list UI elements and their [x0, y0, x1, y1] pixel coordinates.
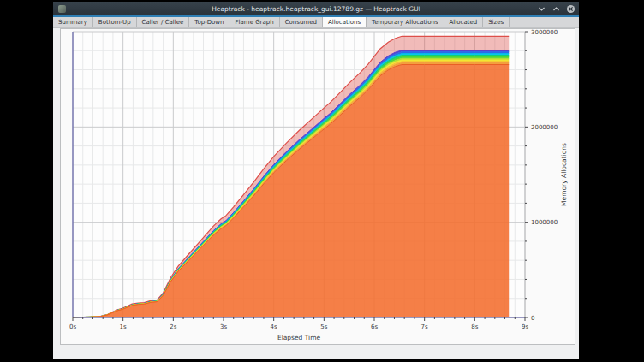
x-tick-label: 1s [120, 323, 127, 330]
x-tick-label: 8s [471, 323, 478, 330]
chevron-up-icon [552, 5, 560, 13]
heaptrack-window: Heaptrack - heaptrack.heaptrack_gui.1278… [53, 2, 579, 359]
tab-allocated[interactable]: Allocated [444, 17, 484, 27]
x-tick-label: 6s [371, 323, 378, 330]
tab-summary[interactable]: Summary [53, 17, 93, 27]
minimize-button[interactable] [537, 4, 546, 14]
tab-top-down[interactable]: Top-Down [189, 17, 230, 27]
x-tick-label: 5s [320, 323, 327, 330]
tab-bottom-up[interactable]: Bottom-Up [93, 17, 137, 27]
close-button[interactable] [566, 4, 575, 14]
y-tick-label: 0 [531, 315, 534, 322]
tab-bar: SummaryBottom-UpCaller / CalleeTop-DownF… [53, 17, 579, 28]
desktop-background: Heaptrack - heaptrack.heaptrack_gui.1278… [0, 0, 644, 362]
chevron-down-icon [538, 5, 546, 13]
title-bar[interactable]: Heaptrack - heaptrack.heaptrack_gui.1278… [53, 2, 579, 15]
x-tick-label: 7s [421, 323, 428, 330]
tab-consumed[interactable]: Consumed [280, 17, 323, 27]
y-tick-label: 2000000 [531, 124, 558, 131]
chart-panel: 0s1s2s3s4s5s6s7s8s9s01000000200000030000… [60, 28, 575, 345]
y-tick-label: 3000000 [531, 29, 558, 36]
window-controls [537, 3, 575, 14]
x-tick-label: 4s [271, 323, 277, 330]
y-axis-title: Memory Allocations [560, 143, 568, 206]
tab-caller-callee[interactable]: Caller / Callee [137, 17, 190, 27]
y-tick-label: 1000000 [531, 219, 558, 226]
circle-x-icon [566, 4, 575, 14]
tab-allocations[interactable]: Allocations [323, 17, 367, 27]
maximize-button[interactable] [552, 4, 561, 14]
window-title: Heaptrack - heaptrack.heaptrack_gui.1278… [53, 5, 579, 13]
allocations-chart[interactable]: 0s1s2s3s4s5s6s7s8s9s01000000200000030000… [61, 29, 575, 344]
x-axis-title: Elapsed Time [277, 334, 321, 341]
app-icon [58, 5, 66, 13]
x-tick-label: 9s [522, 323, 528, 330]
tab-sizes[interactable]: Sizes [483, 17, 510, 27]
tab-flame-graph[interactable]: Flame Graph [230, 17, 280, 27]
x-tick-label: 2s [170, 323, 176, 330]
x-tick-label: 3s [220, 323, 227, 330]
tab-temporary-allocations[interactable]: Temporary Allocations [367, 17, 444, 27]
x-tick-label: 0s [69, 323, 76, 330]
